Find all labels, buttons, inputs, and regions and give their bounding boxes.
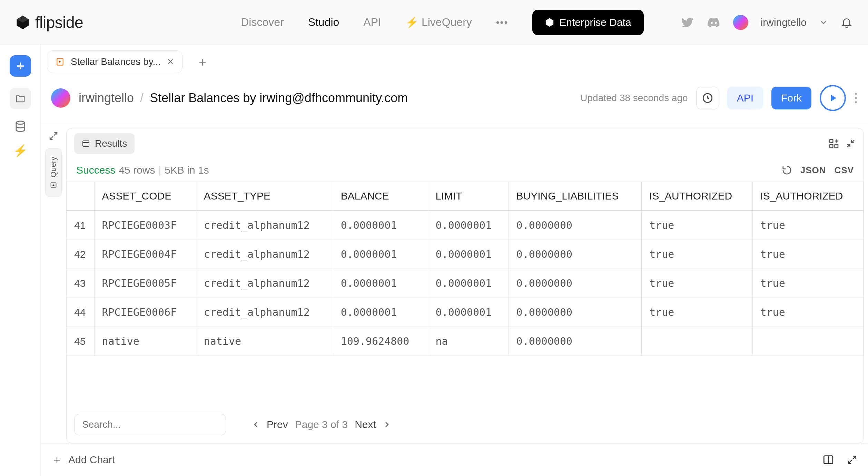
add-chart-button[interactable]: Add Chart (68, 454, 115, 466)
svg-rect-10 (835, 145, 838, 148)
clock-icon (702, 92, 713, 104)
more-vertical-icon[interactable] (854, 92, 858, 104)
database-icon[interactable] (14, 120, 27, 133)
row-number: 41 (67, 211, 94, 240)
brand-name: flipside (35, 13, 83, 32)
chevron-left-icon[interactable] (252, 421, 260, 428)
history-button[interactable] (696, 87, 719, 109)
search-input[interactable] (74, 414, 226, 435)
nav-api[interactable]: API (363, 16, 381, 29)
row-number: 45 (67, 327, 94, 356)
cell: credit_alphanum12 (196, 298, 333, 327)
twitter-icon[interactable] (681, 16, 694, 29)
col-asset-code[interactable]: ASSET_CODE (94, 182, 196, 211)
row-number: 42 (67, 240, 94, 269)
export-json-button[interactable]: JSON (800, 165, 826, 176)
bolt-icon[interactable]: ⚡ (13, 144, 28, 157)
cell: credit_alphanum12 (196, 240, 333, 269)
add-tab-button[interactable]: ＋ (191, 54, 214, 70)
left-rail: ⚡ (0, 45, 41, 476)
flipside-logo-icon (15, 15, 30, 30)
cell: true (752, 298, 864, 327)
new-button[interactable] (10, 55, 31, 77)
svg-rect-8 (830, 139, 833, 143)
table-row[interactable]: 43RPCIEGE0005Fcredit_alphanum120.0000001… (67, 269, 864, 298)
page-header: irwingtello / Stellar Balances by irwing… (41, 73, 868, 123)
cell: 0.0000001 (333, 240, 428, 269)
enterprise-data-button[interactable]: Enterprise Data (532, 10, 643, 35)
query-file-icon (56, 57, 65, 66)
results-tab[interactable]: Results (74, 133, 135, 154)
pager: Prev Page 3 of 3 Next (67, 406, 864, 443)
discord-icon[interactable] (707, 16, 721, 29)
tab-stellar-balances[interactable]: Stellar Balances by... ✕ (47, 50, 183, 73)
col-balance[interactable]: BALANCE (333, 182, 428, 211)
bolt-icon: ⚡ (405, 16, 418, 28)
results-table-wrap[interactable]: ASSET_CODE ASSET_TYPE BALANCE LIMIT BUYI… (67, 182, 864, 406)
cell: 0.0000000 (509, 269, 641, 298)
cell: 0.0000001 (428, 298, 509, 327)
col-is-authorized[interactable]: IS_AUTHORIZED (642, 182, 752, 211)
chevron-right-icon[interactable] (383, 421, 391, 428)
table-row[interactable]: 42RPCIEGE0004Fcredit_alphanum120.0000001… (67, 240, 864, 269)
cell: 0.0000001 (333, 211, 428, 240)
breadcrumb: irwingtello / Stellar Balances by irwing… (79, 91, 408, 105)
pager-controls: Prev Page 3 of 3 Next (252, 419, 391, 430)
collapse-icon[interactable] (846, 138, 856, 149)
tab-bar: Stellar Balances by... ✕ ＋ (41, 45, 868, 73)
cell: 0.0000000 (509, 240, 641, 269)
add-widget-icon[interactable] (828, 138, 839, 149)
brand-logo[interactable]: flipside (15, 13, 83, 32)
nav-discover[interactable]: Discover (241, 16, 284, 29)
enterprise-icon (545, 18, 554, 27)
query-sidebar-tab[interactable]: Query (45, 148, 62, 197)
run-button[interactable] (820, 85, 846, 111)
expand-icon[interactable] (48, 131, 59, 141)
top-nav: flipside Discover Studio API ⚡ LiveQuery… (0, 0, 868, 45)
tab-label: Stellar Balances by... (71, 56, 161, 67)
col-limit[interactable]: LIMIT (428, 182, 509, 211)
fork-button[interactable]: Fork (771, 87, 811, 109)
table-header-row: ASSET_CODE ASSET_TYPE BALANCE LIMIT BUYI… (67, 182, 864, 211)
files-button[interactable] (10, 88, 31, 109)
svg-point-0 (16, 121, 24, 124)
next-button[interactable]: Next (355, 419, 376, 430)
col-asset-type[interactable]: ASSET_TYPE (196, 182, 333, 211)
layout-columns-icon[interactable] (822, 454, 834, 466)
user-avatar[interactable] (733, 15, 748, 30)
plus-icon (15, 61, 26, 71)
api-button[interactable]: API (727, 87, 763, 109)
cell: 0.0000000 (509, 211, 641, 240)
nav-more-icon[interactable]: ••• (496, 17, 508, 28)
cell: true (642, 298, 752, 327)
close-icon[interactable]: ✕ (167, 57, 174, 67)
cell: credit_alphanum12 (196, 211, 333, 240)
export-csv-button[interactable]: CSV (835, 165, 854, 176)
cell: na (428, 327, 509, 356)
status-rows: 45 rows (119, 164, 155, 176)
status-success: Success (76, 164, 115, 176)
nav-studio[interactable]: Studio (308, 16, 339, 29)
cell: RPCIEGE0003F (94, 211, 196, 240)
col-is-authorized-2[interactable]: IS_AUTHORIZED (752, 182, 864, 211)
table-row[interactable]: 44RPCIEGE0006Fcredit_alphanum120.0000001… (67, 298, 864, 327)
chevron-down-icon[interactable] (819, 18, 828, 27)
nav-livequery[interactable]: ⚡ LiveQuery (405, 16, 472, 29)
cell: true (642, 211, 752, 240)
user-name-label[interactable]: irwingtello (761, 17, 807, 28)
col-buying-liabilities[interactable]: BUYING_LIABILITIES (509, 182, 641, 211)
bell-icon[interactable] (840, 16, 853, 29)
table-row[interactable]: 41RPCIEGE0003Fcredit_alphanum120.0000001… (67, 211, 864, 240)
refresh-icon[interactable] (782, 165, 792, 175)
page-indicator: Page 3 of 3 (295, 419, 348, 430)
cell: RPCIEGE0005F (94, 269, 196, 298)
plus-icon[interactable]: ＋ (51, 452, 63, 468)
expand-icon[interactable] (847, 454, 858, 465)
cell: 0.0000001 (428, 269, 509, 298)
window-icon (82, 139, 90, 148)
prev-button[interactable]: Prev (267, 419, 288, 430)
table-row[interactable]: 45nativenative109.9624800na0.0000000 (67, 327, 864, 356)
breadcrumb-owner[interactable]: irwingtello (79, 91, 134, 105)
owner-avatar[interactable] (51, 88, 70, 108)
cell: true (752, 269, 864, 298)
